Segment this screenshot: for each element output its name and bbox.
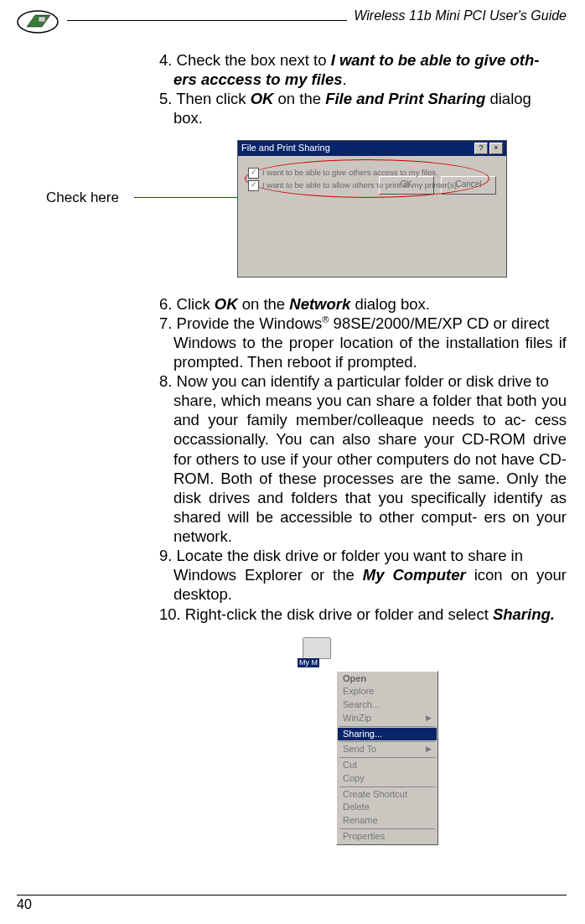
close-icon[interactable]: × <box>489 143 503 154</box>
chip-icon <box>17 10 59 34</box>
step8-text2: share, which means you can share a folde… <box>173 392 567 545</box>
menu-explore[interactable]: Explore <box>338 685 437 698</box>
dialog-titlebar: File and Print Sharing ? × <box>238 141 506 156</box>
menu-search[interactable]: Search... <box>338 698 437 712</box>
file-print-sharing-dialog: File and Print Sharing ? × ✓ I want to b… <box>237 140 507 278</box>
menu-delete[interactable]: Delete <box>338 801 437 814</box>
menu-separator <box>339 741 435 742</box>
step7-text3: Windows to the proper location of the in… <box>173 334 567 371</box>
help-icon[interactable]: ? <box>474 143 488 154</box>
menu-properties[interactable]: Properties <box>338 830 437 844</box>
step9-mycomputer: My Computer <box>363 566 466 584</box>
step4-period: . <box>343 70 347 88</box>
menu-separator <box>339 786 435 787</box>
step6-ok: OK <box>215 295 238 313</box>
figure-context-menu: My M Open Explore Search... WinZip▶ Shar… <box>279 637 447 845</box>
menu-rename[interactable]: Rename <box>338 814 437 828</box>
checkbox-printers-label: I want to be able to allow others to pri… <box>262 180 458 190</box>
menu-sendto-label: Send To <box>343 744 376 754</box>
step7-text2: 98SE/2000/ME/XP CD or direct <box>329 314 549 332</box>
step5-dialogname: File and Print Sharing <box>325 90 485 107</box>
checkbox-files[interactable]: ✓ <box>248 168 259 179</box>
menu-separator <box>339 757 435 758</box>
menu-cut[interactable]: Cut <box>338 759 437 772</box>
step10-text: 10. Right-click the disk drive or folder… <box>159 605 493 623</box>
step9-text2: Windows Explorer or the <box>173 566 363 584</box>
step4-bold1: I want to be able to give oth- <box>331 51 540 69</box>
context-menu: Open Explore Search... WinZip▶ Sharing..… <box>336 671 438 845</box>
body-text: 4. Check the box next to I want to be ab… <box>159 50 567 845</box>
menu-copy[interactable]: Copy <box>338 772 437 786</box>
step4-text: 4. Check the box next to <box>159 51 331 69</box>
step10-sharing: Sharing. <box>493 605 555 623</box>
step9-text1: 9. Locate the disk drive or folder you w… <box>159 547 523 564</box>
step7-text1: 7. Provide the Windows <box>159 314 322 332</box>
menu-sendto[interactable]: Send To▶ <box>338 743 437 756</box>
step5-box: box. <box>173 109 203 127</box>
annotation-check-here: Check here <box>46 189 119 206</box>
submenu-arrow-icon: ▶ <box>426 714 432 723</box>
menu-winzip[interactable]: WinZip▶ <box>338 712 437 725</box>
step8-text1: 8. Now you can identify a particular fol… <box>159 372 549 390</box>
step5-text: 5. Then click <box>159 90 251 107</box>
step5-dialog: dialog <box>485 90 531 107</box>
step4-bold2: ers acccess to my files <box>173 70 343 88</box>
annotation-ellipse <box>245 159 489 198</box>
figure-file-print-sharing: Check here File and Print Sharing ? × ✓ … <box>113 140 567 283</box>
svg-rect-2 <box>39 17 45 22</box>
folder-icon[interactable] <box>303 637 331 659</box>
checkbox-printers[interactable]: ✓ <box>248 180 259 191</box>
page-number: 40 <box>17 897 567 912</box>
menu-winzip-label: WinZip <box>343 713 371 723</box>
menu-open[interactable]: Open <box>338 672 437 686</box>
step5-on: on the <box>273 90 325 107</box>
folder-label: My M <box>298 658 319 667</box>
step6-on: on the <box>238 295 290 313</box>
header-title: Wireless 11b Mini PCI User's Guide <box>347 8 567 23</box>
menu-shortcut[interactable]: Create Shortcut <box>338 788 437 802</box>
footer-rule <box>17 895 567 895</box>
annotation-leader-line <box>134 197 240 198</box>
step6-rest: dialog box. <box>350 295 430 313</box>
menu-separator <box>339 726 435 727</box>
submenu-arrow-icon: ▶ <box>426 745 432 754</box>
step6-network: Network <box>289 295 350 313</box>
checkbox-files-label: I want to be able to give others access … <box>262 168 438 178</box>
dialog-title: File and Print Sharing <box>241 143 330 154</box>
menu-separator <box>339 828 435 829</box>
step6-text: 6. Click <box>159 295 215 313</box>
menu-sharing[interactable]: Sharing... <box>338 728 437 741</box>
step5-ok: OK <box>251 90 274 107</box>
